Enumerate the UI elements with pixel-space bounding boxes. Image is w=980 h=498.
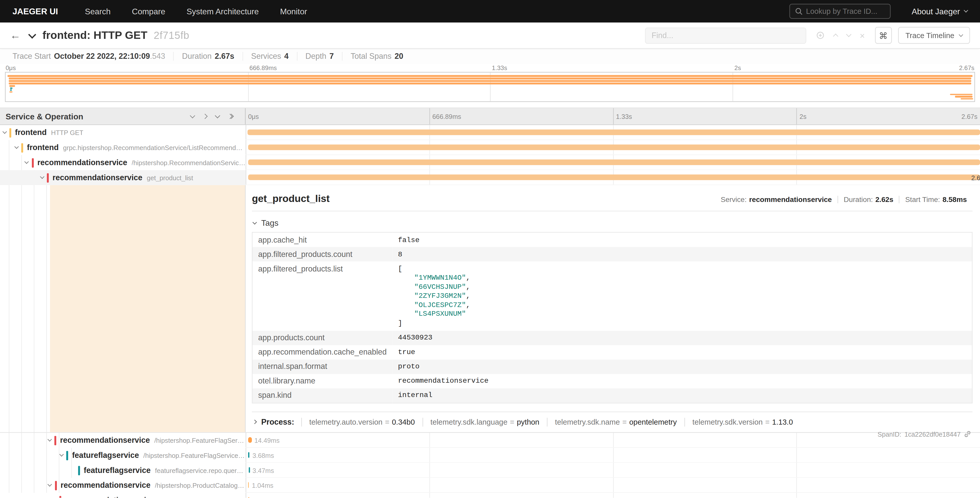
chevron-down-icon	[959, 32, 963, 37]
trace-services: Services4	[242, 52, 297, 61]
trace-duration: Duration2.67s	[173, 52, 242, 61]
tag-key: app.filtered_products.count	[252, 247, 392, 261]
tag-row: app.products.count 44530923	[252, 330, 972, 345]
ruler-tick-label: 1.33s	[616, 112, 632, 120]
span-detail-meta: Service:recommendationservice Duration:2…	[715, 196, 973, 203]
span-bar[interactable]	[248, 160, 980, 165]
span-detail-accent-column	[0, 185, 245, 432]
span-row-rec-featureflag[interactable]: recommendationservice /hipstershop.Featu…	[0, 433, 980, 448]
span-row-featureflag-repo-query[interactable]: featureflagservice featureflagservice.re…	[0, 463, 980, 478]
about-jaeger-menu[interactable]: About Jaeger	[912, 6, 968, 16]
span-bar[interactable]	[248, 129, 980, 135]
find-controls: ×	[816, 31, 865, 40]
service-name: recommendationservice	[60, 436, 150, 445]
operation-name: get_product_list	[146, 174, 193, 181]
trace-title: frontend: HTTP GET2f715fb	[42, 29, 189, 42]
service-name: frontend	[27, 143, 59, 152]
tag-row: internal.span.format proto	[252, 359, 972, 374]
back-button[interactable]: ←	[10, 29, 21, 42]
tag-key: internal.span.format	[252, 359, 392, 374]
minimap-span-bar	[8, 77, 971, 79]
collapse-all-icon[interactable]	[216, 115, 220, 117]
span-detail-panel: get_product_list Service:recommendations…	[0, 185, 980, 433]
tag-value: recommendationservice	[392, 374, 972, 388]
trace-summary: Trace Start October 22 2022, 22:10:09.54…	[0, 49, 980, 64]
chevron-down-icon	[252, 220, 257, 224]
span-bar[interactable]	[248, 437, 251, 443]
span-bar[interactable]	[248, 144, 980, 150]
service-operation-label: Service & Operation	[6, 112, 83, 121]
brand: JAEGER UI	[13, 6, 58, 16]
span-duration-label: 1.04ms	[252, 482, 274, 489]
search-icon	[795, 7, 802, 15]
span-bar[interactable]	[248, 497, 249, 498]
service-color-tick	[55, 480, 57, 490]
collapse-one-icon[interactable]	[190, 113, 195, 118]
nav-item-search[interactable]: Search	[74, 6, 121, 16]
ruler-tick-label: 666.89ms	[432, 112, 461, 120]
next-match-icon[interactable]	[846, 32, 851, 37]
minimap-gridline	[490, 73, 490, 102]
span-row-get-product-list[interactable]: recommendationservice get_product_list 2…	[0, 170, 980, 185]
chevron-right-icon	[252, 420, 257, 424]
nav-item-monitor[interactable]: Monitor	[269, 6, 318, 16]
find-input[interactable]	[645, 27, 806, 43]
span-bar[interactable]	[248, 452, 250, 458]
span-bar[interactable]	[248, 467, 250, 473]
collapse-icon[interactable]	[45, 440, 54, 441]
process-kv: telemetry.sdk.language=python	[422, 417, 547, 426]
operation-name: /hipstershop.RecommendationService/Lis…	[132, 159, 245, 166]
span-row-frontend-grpc[interactable]: frontend grpc.hipstershop.Recommendation…	[0, 140, 980, 155]
span-row-partial[interactable]: recommendationservice	[0, 493, 980, 498]
tag-key: app.cache_hit	[252, 232, 392, 247]
minimap-span-bar	[961, 98, 974, 99]
process-section-toggle[interactable]: Process: telemetry.auto.version=0.34b0 t…	[252, 411, 973, 426]
expand-one-icon[interactable]	[202, 114, 208, 119]
collapse-icon[interactable]	[38, 177, 46, 178]
collapse-icon[interactable]	[0, 132, 9, 133]
tag-value: false	[392, 232, 972, 247]
focus-match-icon[interactable]	[816, 31, 824, 39]
keyboard-shortcuts-button[interactable]: ⌘	[875, 27, 892, 44]
collapse-icon[interactable]	[12, 147, 21, 148]
operation-name: /hipstershop.FeatureFlagService…	[154, 437, 246, 444]
tags-section-toggle[interactable]: Tags	[253, 218, 973, 228]
nav-item-system-architecture[interactable]: System Architecture	[176, 6, 269, 16]
ruler-tick-label: 2s	[800, 112, 807, 120]
service-color-tick	[32, 158, 33, 168]
service-name: recommendationservice	[65, 496, 155, 498]
trace-id-lookup[interactable]	[789, 4, 890, 19]
minimap-span-bar	[10, 89, 12, 91]
tag-key: span.kind	[252, 388, 392, 403]
span-detail-content: get_product_list Service:recommendations…	[245, 185, 980, 432]
collapse-icon[interactable]	[57, 455, 66, 456]
ruler-tick-label: 0μs	[248, 112, 259, 120]
collapse-trace-toggle[interactable]	[29, 34, 35, 37]
trace-view-selector[interactable]: Trace Timeline	[898, 27, 970, 44]
span-row-recommendation-list[interactable]: recommendationservice /hipstershop.Recom…	[0, 155, 980, 170]
span-bar[interactable]	[248, 482, 249, 488]
clear-find-icon[interactable]: ×	[860, 31, 865, 40]
minimap-span-bar	[950, 94, 972, 95]
span-row-rec-productcatalog[interactable]: recommendationservice /hipstershop.Produ…	[0, 478, 980, 493]
trace-minimap[interactable]	[5, 72, 975, 102]
minimap-span-bar	[9, 83, 971, 84]
span-bar[interactable]	[248, 175, 980, 180]
span-row-frontend-http-get[interactable]: frontend HTTP GET	[0, 125, 980, 140]
trace-id-lookup-input[interactable]	[806, 7, 885, 16]
service-name: recommendationservice	[52, 173, 143, 182]
prev-match-icon[interactable]	[833, 34, 838, 39]
service-color-tick	[21, 143, 23, 152]
tag-row: app.cache_hit false	[252, 232, 972, 247]
nav-item-compare[interactable]: Compare	[121, 6, 176, 16]
trace-start: Trace Start October 22 2022, 22:10:09.54…	[13, 52, 173, 61]
collapse-icon[interactable]	[46, 485, 54, 486]
minimap-span-bar	[955, 96, 972, 97]
span-duration-label: 14.49ms	[255, 437, 280, 444]
service-color-tick	[47, 173, 49, 182]
timeline-header-row: Service & Operation 0μs 666.89ms 1.33s 2…	[0, 108, 980, 125]
span-row-featureflag-getflag[interactable]: featureflagservice /hipstershop.FeatureF…	[0, 448, 980, 463]
collapse-icon[interactable]	[22, 162, 31, 163]
expand-all-icon[interactable]	[228, 115, 233, 118]
minimap-span-bar	[10, 87, 12, 88]
